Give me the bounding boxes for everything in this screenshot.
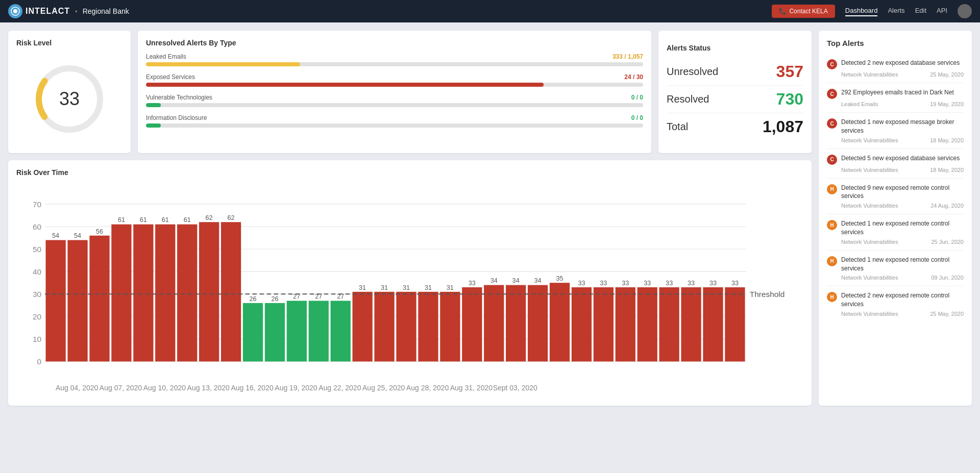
bar (111, 225, 131, 362)
nav-dashboard[interactable]: Dashboard (845, 7, 878, 16)
alert-item-meta: Network Vulnerabilities 25 May, 2020 (827, 311, 964, 317)
bar (681, 287, 701, 361)
nav-edit[interactable]: Edit (915, 7, 926, 16)
bar (265, 303, 285, 362)
gauge-container: 33 (16, 53, 122, 145)
nav-api[interactable]: API (937, 7, 947, 16)
svg-text:33: 33 (666, 280, 673, 287)
bar (353, 292, 373, 362)
alert-date: 25 May, 2020 (930, 311, 964, 317)
chart-title: Risk Over Time (16, 168, 803, 177)
gauge-number: 33 (59, 88, 80, 110)
alert-item[interactable]: C Detected 2 new exposed database servic… (827, 54, 964, 83)
alert-badge: C (827, 155, 837, 165)
logo-icon (8, 4, 22, 18)
alert-item[interactable]: C Detected 5 new exposed database servic… (827, 149, 964, 179)
alert-row: Information Disclosure 0 / 0 (146, 114, 643, 128)
bar-track (146, 62, 643, 66)
contact-button[interactable]: 📞 Contact KELA (772, 5, 835, 18)
alert-category: Leaked Emails (841, 101, 878, 107)
alert-badge: C (827, 118, 837, 129)
alert-item-text: Detected 2 new exposed database services (841, 59, 960, 67)
resolved-value: 730 (776, 90, 803, 109)
x-label: Aug 19, 2020 (275, 384, 317, 392)
bar (440, 292, 460, 362)
bar (725, 287, 745, 361)
bar (221, 222, 241, 361)
unresolved-alerts-title: Unresolved Alerts By Type (146, 39, 643, 47)
svg-text:54: 54 (52, 232, 59, 239)
nav-links: Dashboard Alerts Edit API (845, 7, 947, 16)
unresolved-alerts-card: Unresolved Alerts By Type Leaked Emails … (138, 31, 651, 153)
svg-text:20: 20 (33, 312, 41, 321)
risk-over-time-card: Risk Over Time 0102030405060705454566161… (8, 160, 812, 406)
navbar-right: 📞 Contact KELA Dashboard Alerts Edit API (772, 4, 972, 18)
alert-item[interactable]: H Detected 1 new exposed remote control … (827, 214, 964, 251)
alert-item-text: Detected 2 new exposed remote control se… (841, 291, 964, 309)
chart-container: 0102030405060705454566161616162622626272… (16, 183, 803, 397)
svg-text:70: 70 (33, 200, 41, 209)
alert-row-count: 24 / 30 (624, 73, 643, 81)
alert-item-meta: Network Vulnerabilities 18 May, 2020 (827, 137, 964, 143)
alert-badge: H (827, 220, 837, 230)
alert-item[interactable]: H Detected 2 new exposed remote control … (827, 286, 964, 322)
alert-item[interactable]: H Detected 9 new exposed remote control … (827, 179, 964, 215)
avatar[interactable] (958, 4, 972, 18)
alert-item[interactable]: C 292 Employees emails traced in Dark Ne… (827, 83, 964, 113)
svg-text:61: 61 (162, 216, 169, 223)
svg-text:10: 10 (33, 335, 41, 343)
svg-text:31: 31 (447, 284, 454, 291)
nav-alerts[interactable]: Alerts (888, 7, 904, 16)
alert-item-text: Detected 5 new exposed database services (841, 154, 960, 163)
x-label: Aug 16, 2020 (231, 384, 274, 392)
alert-row: Exposed Services 24 / 30 (146, 73, 643, 87)
alert-badge: H (827, 184, 837, 194)
svg-text:31: 31 (359, 284, 366, 291)
bar-track (146, 123, 643, 128)
unresolved-row: Unresolved 357 (667, 58, 803, 86)
unresolved-label: Unresolved (667, 66, 718, 78)
bar (287, 301, 307, 361)
alert-item-text: Detected 1 new exposed message broker se… (841, 118, 964, 135)
x-label: Aug 28, 2020 (406, 384, 449, 392)
alert-badge: H (827, 256, 837, 266)
svg-text:50: 50 (33, 245, 41, 254)
svg-text:26: 26 (271, 295, 278, 303)
svg-text:60: 60 (33, 222, 41, 231)
svg-text:0: 0 (37, 357, 42, 366)
svg-text:33: 33 (600, 280, 607, 287)
alert-item-meta: Network Vulnerabilities 24 Aug, 2020 (827, 203, 964, 209)
alert-item[interactable]: H Detected 1 new exposed remote control … (827, 251, 964, 287)
alert-category: Network Vulnerabilities (841, 203, 898, 209)
svg-text:62: 62 (228, 214, 235, 221)
svg-text:33: 33 (688, 280, 695, 287)
alert-date: 18 May, 2020 (930, 137, 964, 143)
alert-row-label: Leaked Emails (146, 53, 186, 60)
x-label: Sept 03, 2020 (493, 384, 537, 392)
svg-text:56: 56 (96, 228, 103, 235)
x-label: Aug 31, 2020 (450, 384, 493, 392)
bar (484, 285, 504, 362)
x-label: Aug 13, 2020 (187, 384, 230, 392)
bar (396, 292, 416, 362)
svg-text:34: 34 (491, 277, 498, 284)
alert-item[interactable]: C Detected 1 new exposed message broker … (827, 113, 964, 149)
navbar-company: Regional Bank (83, 7, 129, 15)
bar (67, 240, 87, 362)
bar (199, 222, 219, 361)
x-label: Aug 04, 2020 (56, 384, 99, 392)
alert-row-label: Vulnerable Technologies (146, 94, 212, 101)
alert-row: Vulnerable Technologies 0 / 0 (146, 94, 643, 107)
alert-row: Leaked Emails 333 / 1,057 (146, 53, 643, 66)
alert-item-text: Detected 1 new exposed remote control se… (841, 256, 964, 273)
alert-item-text: 292 Employees emails traced in Dark Net (841, 88, 954, 97)
svg-text:31: 31 (381, 284, 388, 291)
alert-row-count: 333 / 1,057 (612, 53, 643, 60)
gauge-wrap: 33 (29, 58, 110, 140)
top-alerts-card: Top Alerts C Detected 2 new exposed data… (819, 31, 972, 406)
bar (374, 292, 394, 362)
bar (638, 287, 657, 361)
bar (506, 285, 526, 362)
alert-category: Network Vulnerabilities (841, 275, 898, 281)
bar (572, 287, 592, 361)
